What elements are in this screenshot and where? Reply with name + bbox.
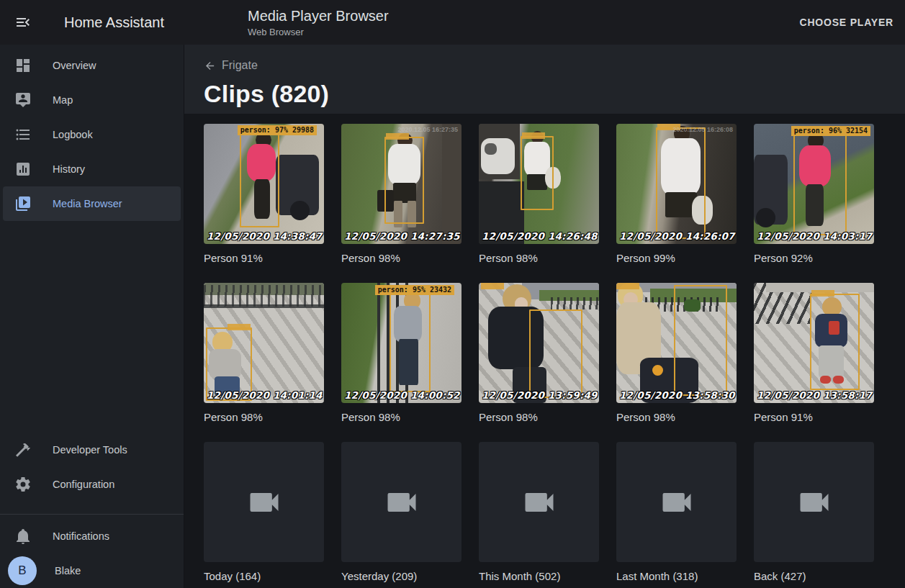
clip-timestamp-overlay: 12/05/2020 14:38:47 — [207, 230, 323, 242]
folder-item-yesterday-209[interactable]: Yesterday (209) — [341, 442, 461, 584]
clip-caption: Person 91% — [204, 250, 324, 266]
media-scroll-area[interactable]: person: 97% 2998812/05/2020 14:38:47Pers… — [184, 114, 905, 588]
breadcrumb[interactable]: Frigate — [204, 59, 258, 72]
scene-shape — [485, 143, 497, 155]
sidebar-item-developer-tools[interactable]: Developer Tools — [3, 433, 181, 467]
clip-timestamp-overlay: 12/05/2020 14:27:35 — [344, 230, 460, 242]
sidebar-item-overview[interactable]: Overview — [3, 48, 181, 83]
clip-thumbnail: person: 97% 2998812/05/2020 14:38:47 — [204, 124, 324, 244]
clip-item[interactable]: person: 95% 2343212/05/2020 14:00:52Pers… — [341, 283, 461, 425]
play-box-multiple-icon — [14, 195, 32, 212]
detection-label-small — [481, 283, 504, 289]
sidebar-item-configuration[interactable]: Configuration — [3, 467, 181, 502]
bell-icon — [14, 528, 32, 545]
scene-shape — [442, 124, 461, 244]
scene-shape — [652, 365, 663, 376]
clip-item[interactable]: person: 97% 2998812/05/2020 14:38:47Pers… — [204, 124, 324, 266]
folder-item-today-164[interactable]: Today (164) — [204, 442, 324, 584]
sidebar-main-items: OverviewMapLogbookHistoryMedia Browser — [0, 48, 184, 221]
sidebar-item-user-profile[interactable]: B Blake — [3, 553, 181, 588]
folder-caption: This Month (502) — [479, 569, 599, 584]
clip-caption: Person 98% — [341, 250, 461, 266]
sidebar-item-label: Notifications — [53, 530, 109, 542]
detection-label-small — [616, 283, 639, 289]
clip-thumbnail: 12/05/2020 14:26:48 — [479, 124, 599, 244]
video-icon — [383, 484, 420, 521]
clip-timestamp-overlay: 12/05/2020 13:59:49 — [482, 389, 598, 401]
avatar: B — [8, 556, 37, 585]
folder-item-this-month-502[interactable]: This Month (502) — [479, 442, 599, 584]
scene-shape — [756, 208, 775, 227]
sidebar-item-notifications[interactable]: Notifications — [3, 519, 181, 553]
detection-label-small — [811, 290, 834, 297]
clip-thumbnail: 12/05/2020 13:58:30 — [616, 283, 737, 403]
clip-item[interactable]: 12/05/2020 13:58:17Person 91% — [754, 283, 874, 425]
sidebar-item-label: Map — [53, 94, 73, 106]
clip-thumbnail: 12/05/2020 13:59:49 — [479, 283, 599, 403]
sidebar-item-history[interactable]: History — [3, 152, 181, 186]
sidebar: OverviewMapLogbookHistoryMedia Browser D… — [0, 45, 184, 588]
main-content: Frigate Clips (820) person: 97% 2998812/… — [184, 45, 905, 588]
clip-thumbnail: 2020.12.05 16:26:0812/05/2020 14:26:07 — [616, 124, 737, 244]
sidebar-item-label: Logbook — [53, 129, 93, 140]
clip-item[interactable]: 12/05/2020 14:26:48Person 98% — [479, 124, 599, 266]
clip-item[interactable]: person: 96% 3215412/05/2020 14:03:17Pers… — [754, 124, 874, 266]
video-icon — [246, 484, 283, 521]
sidebar-item-map[interactable]: Map — [3, 83, 181, 117]
clip-item[interactable]: 12/05/2020 14:01:14Person 98% — [204, 283, 324, 425]
camera-corner-timestamp: 2020.12.05 16:27:35 — [397, 126, 458, 133]
clip-item[interactable]: 2020.12.05 16:26:0812/05/2020 14:26:07Pe… — [616, 124, 737, 266]
sidebar-item-label: Overview — [53, 60, 96, 71]
panel-title: Media Player Browser — [248, 7, 389, 24]
clip-thumbnail: 12/05/2020 13:58:17 — [754, 283, 874, 403]
hammer-icon — [14, 441, 32, 458]
detection-box — [529, 309, 582, 399]
sidebar-item-logbook[interactable]: Logbook — [3, 117, 181, 152]
media-player-header: Media Player Browser Web Browser — [248, 7, 389, 37]
clip-timestamp-overlay: 12/05/2020 14:26:07 — [619, 230, 735, 242]
sidebar-item-label: Configuration — [53, 479, 114, 490]
sidebar-item-label: History — [53, 163, 85, 175]
clip-item[interactable]: 2020.12.05 16:27:3512/05/2020 14:27:35Pe… — [341, 124, 461, 266]
panel-subtitle: Web Browser — [248, 27, 389, 37]
user-name: Blake — [55, 565, 81, 576]
detection-label-small — [522, 132, 545, 139]
clip-caption: Person 98% — [204, 410, 324, 425]
detection-box — [390, 292, 431, 392]
choose-player-button[interactable]: CHOOSE PLAYER — [800, 17, 893, 28]
sidebar-item-media-browser[interactable]: Media Browser — [3, 186, 181, 221]
clip-item[interactable]: 12/05/2020 13:59:49Person 98% — [479, 283, 599, 425]
video-icon — [658, 484, 695, 521]
cog-icon — [14, 476, 32, 493]
folder-item-back-427[interactable]: Back (427) — [754, 442, 874, 584]
folder-item-last-month-318[interactable]: Last Month (318) — [616, 442, 737, 584]
detection-box — [240, 133, 279, 227]
clip-thumbnail: person: 95% 2343212/05/2020 14:00:52 — [341, 283, 461, 403]
clip-caption: Person 98% — [479, 410, 599, 425]
app-body: OverviewMapLogbookHistoryMedia Browser D… — [0, 45, 905, 588]
clip-thumbnail: person: 96% 3215412/05/2020 14:03:17 — [754, 124, 874, 244]
page-title: Clips (820) — [204, 80, 905, 108]
scene-shape — [290, 201, 310, 220]
detection-label-small — [228, 324, 251, 330]
sidebar-toggle-button[interactable] — [14, 14, 32, 31]
folder-caption: Back (427) — [754, 569, 874, 584]
sidebar-spacer — [0, 221, 184, 433]
clip-timestamp-overlay: 12/05/2020 14:01:14 — [207, 389, 323, 401]
clip-caption: Person 98% — [479, 250, 599, 266]
clip-timestamp-overlay: 12/05/2020 13:58:17 — [757, 389, 873, 401]
detection-label: person: 97% 29988 — [238, 125, 317, 135]
video-icon — [521, 484, 558, 521]
clip-caption: Person 91% — [754, 410, 874, 425]
format-list-bulleted-icon — [14, 126, 32, 143]
detection-box — [810, 294, 859, 390]
clip-timestamp-overlay: 12/05/2020 14:00:52 — [344, 389, 460, 401]
clip-caption: Person 98% — [616, 410, 737, 425]
clip-thumbnail: 12/05/2020 14:01:14 — [204, 283, 324, 403]
folder-tile — [204, 442, 324, 562]
arrow-left-icon — [204, 60, 216, 72]
folder-tile — [754, 442, 874, 562]
detection-box — [521, 136, 553, 211]
detection-box — [674, 285, 726, 396]
clip-item[interactable]: 12/05/2020 13:58:30Person 98% — [616, 283, 737, 425]
